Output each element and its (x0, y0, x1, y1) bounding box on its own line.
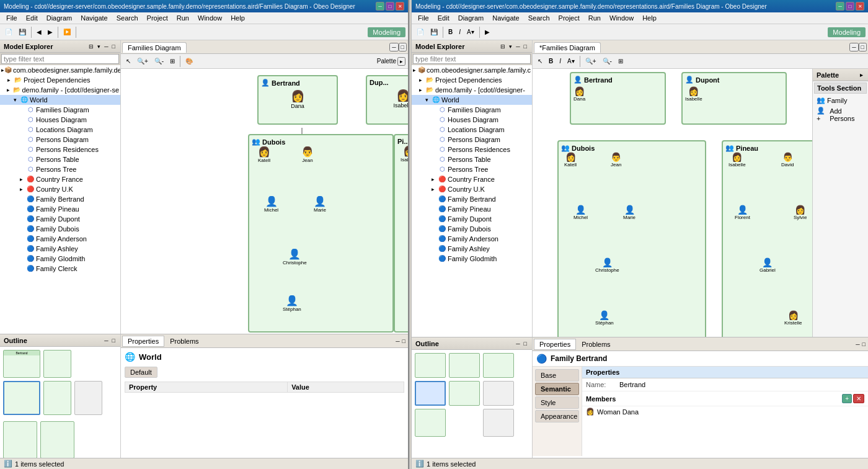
outline-thumb-2[interactable] (43, 350, 71, 378)
menu-edit-right[interactable]: Edit (434, 13, 453, 23)
right-explorer-menu[interactable]: ▾ (508, 43, 513, 50)
palette-section-tools[interactable]: Tools Section (814, 83, 867, 94)
left-diag-min[interactable]: ─ (389, 43, 398, 51)
right-dt-align[interactable]: A▾ (565, 56, 577, 66)
tree-item-world[interactable]: ▾ 🌐 World (0, 95, 120, 105)
left-outline-canvas[interactable]: Bertrand (0, 347, 120, 458)
tree-item-persdiag[interactable]: ⬡ Persons Diagram (0, 135, 120, 145)
right-tree-item-persres[interactable]: ⬡ Persons Residences (412, 145, 532, 154)
menu-window-left[interactable]: Window (194, 13, 226, 23)
right-tree-item-famdubois[interactable]: 🔵 Family Dubois (412, 224, 532, 234)
right-tree-item-countryUK[interactable]: ▸ 🔴 Country U.K (412, 184, 532, 194)
menu-window-right[interactable]: Window (606, 13, 637, 23)
menu-navigate-left[interactable]: Navigate (77, 13, 111, 23)
right-diag-max[interactable]: □ (859, 43, 867, 51)
tb-fwd-left[interactable]: ▶ (45, 27, 55, 37)
left-explorer-menu[interactable]: ▾ (96, 43, 102, 50)
tree-item-countryFR[interactable]: ▸ 🔴 Country France (0, 174, 120, 184)
tree-item-famash[interactable]: 🔵 Family Ashley (0, 244, 120, 254)
menu-help-right[interactable]: Help (639, 13, 660, 23)
tb-run-right[interactable]: ▶ (482, 27, 492, 37)
tree-item-persres[interactable]: ⬡ Persons Residences (0, 145, 120, 154)
left-dt-zoom-in[interactable]: 🔍+ (135, 56, 151, 66)
right-close-btn[interactable]: ✕ (856, 2, 864, 11)
r-outline-thumb-8[interactable] (483, 409, 514, 437)
base-tab-style[interactable]: Style (535, 396, 579, 409)
menu-search-right[interactable]: Search (525, 13, 554, 23)
right-problems-tab[interactable]: Problems (576, 339, 616, 350)
outline-thumb-1[interactable]: Bertrand (3, 350, 40, 378)
family-box-dup[interactable]: Dup... 👩 Isabelle (366, 75, 408, 125)
right-tree-item-world[interactable]: ▾ 🌐 World (412, 95, 532, 105)
left-filter-input[interactable] (1, 54, 119, 64)
right-filter-input[interactable] (413, 54, 531, 64)
tb-italic-right[interactable]: I (456, 27, 463, 37)
right-props-min[interactable]: ─ (854, 341, 861, 347)
right-tree-item-projdeps[interactable]: ▸ 📂 Project Dependencies (412, 75, 532, 85)
r-outline-thumb-5[interactable] (449, 381, 480, 406)
family-box-pi[interactable]: Pi... 👩 Isabelle 👩 Flo... (394, 134, 408, 333)
r-outline-thumb-3[interactable] (483, 353, 514, 378)
right-tree-item-fambert[interactable]: 🔵 Family Bertrand (412, 194, 532, 204)
menu-run-right[interactable]: Run (585, 13, 604, 23)
right-famdiag-tab[interactable]: *Families Diagram (534, 42, 601, 53)
tree-item-countryUK[interactable]: ▸ 🔴 Country U.K (0, 184, 120, 194)
left-diagram-canvas[interactable]: 👤 Bertrand 👩 Dana Dup... (121, 69, 408, 334)
tb-new-right[interactable]: 📄 (414, 27, 427, 37)
menu-navigate-right[interactable]: Navigate (489, 13, 523, 23)
left-outline-max[interactable]: □ (111, 337, 117, 344)
right-explorer-max[interactable]: □ (523, 43, 528, 50)
left-explorer-min[interactable]: ─ (103, 43, 109, 50)
tb-save-right[interactable]: 💾 (428, 27, 440, 37)
tree-item-fampin[interactable]: 🔵 Family Pineau (0, 204, 120, 214)
right-dt-zoom-out[interactable]: 🔍- (600, 56, 614, 66)
right-props-max[interactable]: □ (861, 341, 867, 347)
right-tree-item-root[interactable]: ▸ 📦 com.obeodesigner.sample.family.c (412, 65, 532, 75)
tb-back-left[interactable]: ◀ (34, 27, 44, 37)
outline-thumb-5[interactable] (74, 381, 102, 415)
tree-item-famand[interactable]: 🔵 Family Anderson (0, 234, 120, 244)
left-famdiag-tab[interactable]: Families Diagram (122, 42, 187, 53)
tb-bold-right[interactable]: B (446, 27, 455, 37)
left-maximize-btn[interactable]: □ (386, 2, 394, 11)
right-tree-item-famdup[interactable]: 🔵 Family Dupont (412, 214, 532, 224)
right-tree-item-famash[interactable]: 🔵 Family Ashley (412, 244, 532, 254)
left-minimize-btn[interactable]: ─ (376, 2, 384, 11)
right-outline-min[interactable]: ─ (515, 341, 521, 347)
r-outline-thumb-7[interactable] (415, 409, 446, 437)
right-props-add-member-btn[interactable]: + (842, 394, 852, 403)
right-tree-item-locdiag[interactable]: ⬡ Locations Diagram (412, 125, 532, 135)
left-explorer-max[interactable]: □ (111, 43, 117, 50)
family-box-dubois[interactable]: 👥 Dubois 👩 Katell 👨 Jean (248, 134, 394, 333)
right-maximize-btn[interactable]: □ (846, 2, 854, 11)
r-outline-thumb-2[interactable] (449, 353, 480, 378)
left-explorer-collapse[interactable]: ⊟ (87, 43, 95, 50)
right-tree-item-housediag[interactable]: ⬡ Houses Diagram (412, 115, 532, 125)
menu-help-left[interactable]: Help (227, 13, 249, 23)
left-props-min[interactable]: ─ (394, 338, 401, 344)
right-tree-item-famglod[interactable]: 🔵 Family Glodmith (412, 254, 532, 264)
tree-item-famdup[interactable]: 🔵 Family Dupont (0, 214, 120, 224)
tb-align-right[interactable]: A▾ (464, 27, 477, 37)
tree-item-famclerck[interactable]: 🔵 Family Clerck (0, 264, 120, 274)
right-dt-fit[interactable]: ⊞ (616, 56, 626, 66)
family-box-bertrand[interactable]: 👤 Bertrand 👩 Dana (257, 75, 338, 125)
right-tree-item-perstree[interactable]: ⬡ Persons Tree (412, 164, 532, 174)
tree-item-projdeps[interactable]: ▸ 📂 Project Dependencies (0, 75, 120, 85)
r-family-box-pineau[interactable]: 👥 Pineau 👩 Isabelle 👨 (722, 140, 812, 337)
right-props-tab[interactable]: Properties (534, 339, 576, 350)
right-props-remove-member-btn[interactable]: ✕ (853, 394, 864, 403)
right-diagram-canvas[interactable]: 👤 Bertrand 👩 Dana (533, 69, 812, 337)
left-props-tab[interactable]: Properties (122, 336, 164, 347)
outline-thumb-4[interactable] (43, 381, 71, 415)
tree-item-housediag[interactable]: ⬡ Houses Diagram (0, 115, 120, 125)
right-tree-item-famdiag[interactable]: ⬡ Families Diagram (412, 105, 532, 115)
r-family-box-bertrand[interactable]: 👤 Bertrand 👩 Dana (570, 72, 666, 125)
tree-item-famglod[interactable]: 🔵 Family Glodmith (0, 254, 120, 264)
tree-item-root[interactable]: ▸ 📦 com.obeodesigner.sample.family.de (0, 65, 120, 75)
menu-file-right[interactable]: File (414, 13, 433, 23)
left-dt-fit[interactable]: ⊞ (167, 56, 177, 66)
base-tab-semantic[interactable]: Semantic (535, 383, 579, 395)
left-dt-palette-btn[interactable]: ▸ (397, 57, 405, 66)
left-close-btn[interactable]: ✕ (396, 2, 404, 11)
